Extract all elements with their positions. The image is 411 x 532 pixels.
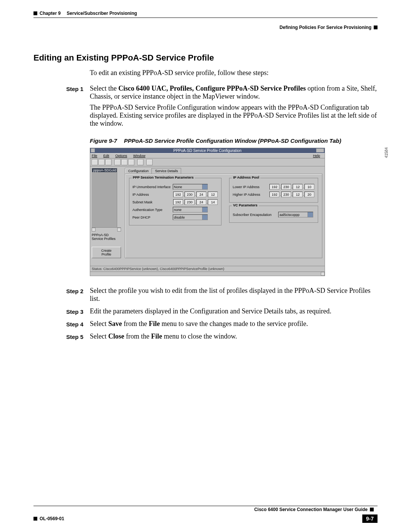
titlebar-controls-icon[interactable]	[316, 149, 324, 152]
ppp-group: PPP Session Termination Parameters IP Un…	[129, 178, 222, 225]
higher-ip-octet-input[interactable]: 12	[293, 192, 303, 197]
step-text: from the	[122, 320, 148, 328]
auth-type-label: Authentication Type	[132, 208, 173, 212]
ip-pool-legend: IP Address Pool	[232, 176, 260, 179]
toolbar-icon[interactable]	[92, 159, 98, 165]
step-body: Select the profile you wish to edit from…	[90, 287, 378, 306]
subnet-mask-label: Subnet Mask	[132, 200, 173, 204]
subnet-octet-input[interactable]: 14	[208, 199, 218, 205]
titlebar-sysmenu-icon[interactable]	[91, 149, 95, 152]
subnet-octet-input[interactable]: 230	[185, 199, 194, 205]
create-profile-button[interactable]: Create Profile	[92, 247, 121, 258]
subnet-octet-input[interactable]: 192	[173, 199, 183, 205]
header-rule	[33, 18, 378, 18]
higher-ip-octet-input[interactable]: 230	[281, 192, 291, 197]
ip-octet-input[interactable]: 192	[173, 192, 183, 197]
chapter-number: Chapter 9	[40, 11, 61, 16]
tab-configuration[interactable]: Configuration	[125, 168, 152, 174]
tab-panel: Configuration Service Details PPP Sessio…	[123, 166, 325, 266]
step-text: menu to close the window.	[162, 332, 237, 340]
toolbar-icon[interactable]	[115, 159, 121, 165]
ppp-legend: PPP Session Termination Parameters	[132, 176, 195, 179]
step-body: Select Save from the File menu to save t…	[90, 320, 378, 331]
ip-pool-group: IP Address Pool Lower IP Address 192. 23…	[229, 178, 318, 203]
toolbar-help-icon[interactable]	[137, 159, 143, 165]
step-2: Step 2 Select the profile you wish to ed…	[33, 287, 378, 306]
vc-group: VC Parameters Subscriber Encapsulation a…	[229, 206, 318, 223]
peer-dhcp-label: Peer DHCP	[132, 216, 173, 219]
ip-address-label: IP Address	[132, 193, 173, 197]
menu-edit[interactable]: Edit	[104, 154, 113, 158]
profiles-list[interactable]: pppoA-SDGold	[92, 168, 121, 227]
higher-ip-octet-input[interactable]: 20	[304, 192, 314, 197]
step-body: Select Close from the File menu to close…	[90, 332, 378, 343]
step-text: Select	[90, 320, 108, 328]
toolbar-icon[interactable]	[147, 159, 153, 165]
ip-octet-input[interactable]: 24	[196, 192, 206, 197]
footer-docnum-text: OL-0569-01	[40, 516, 64, 521]
step-body: Edit the parameters displayed in the Con…	[90, 307, 378, 318]
encap-select[interactable]: aal5ciscoppp	[278, 212, 313, 217]
lower-ip-octet-input[interactable]: 230	[281, 184, 291, 190]
step-1: Step 1 Select the Cisco 6400 UAC, Profil…	[33, 85, 378, 131]
header-square-icon	[374, 26, 378, 29]
step-4: Step 4 Select Save from the File menu to…	[33, 320, 378, 331]
ip-octet-input[interactable]: 12	[208, 192, 218, 197]
toolbar-icon[interactable]	[105, 159, 112, 165]
tab-configuration-content: PPP Session Termination Parameters IP Un…	[125, 174, 322, 258]
step-label: Step 3	[66, 307, 90, 318]
ip-octet-input[interactable]: 230	[185, 192, 194, 197]
menu-file-label: File	[92, 154, 97, 158]
ip-unnumbered-select[interactable]: None	[173, 184, 208, 190]
lower-ip-octet-input[interactable]: 10	[304, 184, 314, 190]
step-text: menu to save the changes made to the ser…	[160, 320, 308, 328]
step-body: Select the Cisco 6400 UAC, Profiles, Con…	[90, 85, 378, 131]
step-3: Step 3 Edit the parameters displayed in …	[33, 307, 378, 318]
step-label: Step 5	[66, 332, 90, 343]
toolbar	[90, 158, 325, 166]
menu-options-label: Options	[115, 154, 127, 158]
toolbar-icon[interactable]	[121, 159, 127, 165]
lower-ip-octet-input[interactable]: 192	[269, 184, 279, 190]
footer-square-icon	[33, 517, 37, 521]
menu-file[interactable]: File	[92, 154, 100, 158]
footer-square-icon	[370, 508, 374, 511]
profiles-vscrollbar[interactable]	[117, 168, 121, 227]
profiles-hscrollbar[interactable]	[92, 227, 121, 232]
subnet-octet-input[interactable]: 24	[196, 199, 206, 205]
lower-ip-label: Lower IP Address	[233, 185, 269, 189]
menu-window-label: Window	[133, 154, 145, 158]
step-text: Select the	[90, 85, 118, 92]
peer-dhcp-select[interactable]: disable	[173, 214, 208, 220]
ip-unnumbered-label: IP Unnumbered Interface	[132, 185, 173, 189]
header-right: Defining Policies For Service Provisioni…	[33, 25, 378, 30]
step-text-bold: Save	[108, 320, 122, 328]
step-5: Step 5 Select Close from the File menu t…	[33, 332, 378, 343]
encap-label: Subscriber Encapsulation	[233, 213, 278, 217]
figure-number: Figure 9-7	[90, 137, 117, 144]
lower-ip-octet-input[interactable]: 12	[293, 184, 303, 190]
window-titlebar: PPPoA-SD Service Profile Configuration	[90, 148, 325, 153]
menu-window[interactable]: Window	[133, 154, 148, 158]
step-label: Step 2	[66, 287, 90, 306]
auth-type-select[interactable]: none	[173, 207, 208, 212]
menu-options[interactable]: Options	[115, 154, 130, 158]
footer-guide-text: Cisco 6400 Service Connection Manager Us…	[254, 507, 368, 512]
menu-help[interactable]: Help	[313, 154, 323, 158]
footer-rule	[33, 506, 378, 506]
step-text: from the	[124, 332, 151, 340]
tab-service-details[interactable]: Service Details	[151, 168, 181, 174]
toolbar-icon[interactable]	[128, 159, 134, 165]
section-title: Defining Policies For Service Provisioni…	[280, 25, 371, 30]
step-text-bold: Cisco 6400 UAC, Profiles, Configure PPPo…	[118, 85, 306, 92]
header-top: Chapter 9 Service/Subscriber Provisionin…	[33, 11, 378, 16]
toolbar-icon[interactable]	[99, 159, 105, 165]
profile-list-item[interactable]: pppoA-SDGold	[92, 168, 118, 172]
step-text: The PPPoA-SD Service Profile Configurati…	[90, 104, 378, 128]
window-hscrollbar[interactable]	[90, 272, 325, 276]
page-number: 9-7	[362, 514, 378, 523]
intro-text: To edit an existing PPPoA-SD service pro…	[90, 69, 378, 77]
config-window: PPPoA-SD Service Profile Configuration F…	[90, 148, 325, 276]
higher-ip-label: Higher IP Address	[233, 193, 269, 197]
higher-ip-octet-input[interactable]: 192	[269, 192, 279, 197]
